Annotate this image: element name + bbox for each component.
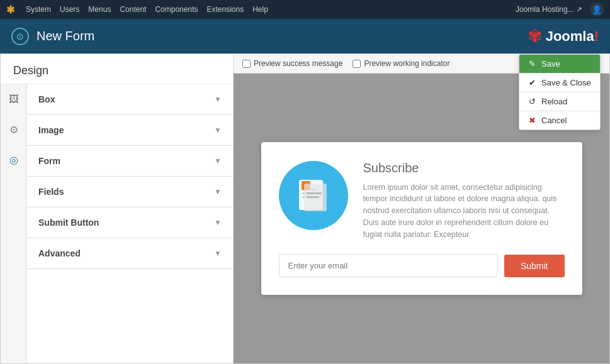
image-panel-icon[interactable]: 🖼 [5,91,23,108]
checkmark-icon: ✔ [527,78,537,87]
joomla-brand-text: Joomla! [546,28,599,45]
accordion-advanced[interactable]: Advanced ▼ [27,238,233,269]
accordion-fields-arrow: ▼ [214,187,222,196]
sidebar: Design 🖼 ⚙ ◎ Box ▼ Image ▼ Form [1,54,234,363]
sidebar-accordion: Box ▼ Image ▼ Form ▼ Fields ▼ Submit But… [27,84,233,363]
reload-button[interactable]: ↺ Reload [519,92,600,111]
header-left: ⊙ New Form [11,28,94,45]
accordion-advanced-arrow: ▼ [214,249,222,258]
page-title: New Form [37,29,94,43]
accordion-box[interactable]: Box ▼ [27,84,233,115]
action-dropdown-menu: ✎ Save ✔ Save & Close ↺ Reload ✖ Cancel [519,54,601,130]
preview-success-label: Preview success message [254,59,342,68]
save-button[interactable]: ✎ Save [519,55,600,73]
preview-success-checkbox-group[interactable]: Preview success message [242,59,342,68]
accordion-image-arrow: ▼ [214,126,222,135]
accordion-box-arrow: ▼ [214,95,222,104]
newsletter-icon [279,161,348,230]
accordion-submit-arrow: ▼ [214,218,222,227]
preview-body: Lorem ipsum dolor sit amet, consectetur … [363,182,565,241]
menu-menus[interactable]: Menus [88,5,111,14]
email-input[interactable] [279,254,498,277]
accordion-form-arrow: ▼ [214,157,222,165]
accordion-advanced-label: Advanced [38,248,81,258]
save-label: Save [541,59,560,69]
joomla-star-logo: ✱ [6,4,14,16]
header-bar: ⊙ New Form ✾ Joomla! [0,19,610,53]
newsletter-svg [293,175,334,216]
submit-button[interactable]: Submit [504,255,565,277]
preview-text-block: Subscribe Lorem ipsum dolor sit amet, co… [363,161,565,241]
cancel-icon: ✖ [527,116,537,125]
accordion-submit-label: Submit Button [38,218,99,228]
sidebar-heading: Design [1,54,233,84]
user-menu[interactable]: 👤 [590,3,604,16]
menu-components[interactable]: Components [155,5,198,14]
cancel-button[interactable]: ✖ Cancel [519,111,600,130]
menu-extensions[interactable]: Extensions [206,5,244,14]
svg-rect-7 [307,196,319,198]
topbar: ✱ System Users Menus Content Components … [0,0,610,19]
cancel-label: Cancel [541,116,567,125]
sidebar-icon-column: 🖼 ⚙ ◎ [1,84,27,363]
accordion-submit-button[interactable]: Submit Button ▼ [27,207,233,238]
preview-title: Subscribe [363,161,565,175]
joomla-flower-icon: ✾ [528,26,542,47]
save-icon: ✎ [527,59,537,69]
accordion-form-label: Form [38,156,60,166]
menu-users[interactable]: Users [60,5,79,14]
svg-rect-6 [307,192,322,194]
save-close-label: Save & Close [541,78,591,87]
settings-panel-icon[interactable]: ⚙ [5,121,23,138]
preview-working-label: Preview working indicator [364,59,449,68]
menu-help[interactable]: Help [252,5,268,14]
target-panel-icon[interactable]: ◎ [5,151,23,168]
preview-email-row: Submit [279,254,565,277]
menu-system[interactable]: System [26,5,51,14]
save-close-button[interactable]: ✔ Save & Close [519,74,600,92]
preview-card: Subscribe Lorem ipsum dolor sit amet, co… [261,142,582,295]
joomla-brand: ✾ Joomla! [528,26,599,47]
sidebar-body: 🖼 ⚙ ◎ Box ▼ Image ▼ Form ▼ Fi [1,84,233,363]
toolbar: Preview success message Preview working … [234,54,609,74]
preview-success-checkbox[interactable] [242,60,251,68]
reload-icon: ↺ [527,97,537,106]
preview-card-inner: Subscribe Lorem ipsum dolor sit amet, co… [279,161,565,241]
main-layout: Design 🖼 ⚙ ◎ Box ▼ Image ▼ Form [0,53,610,364]
accordion-fields[interactable]: Fields ▼ [27,177,233,207]
topbar-right: Joomla Hosting... ↗ 👤 [516,3,604,16]
accordion-image[interactable]: Image ▼ [27,115,233,146]
reload-label: Reload [541,97,567,106]
content-area: Preview success message Preview working … [234,54,609,363]
preview-working-checkbox[interactable] [353,60,361,68]
form-circle-icon: ⊙ [11,28,29,45]
accordion-fields-label: Fields [38,187,64,197]
preview-working-checkbox-group[interactable]: Preview working indicator [353,59,449,68]
accordion-image-label: Image [38,125,64,135]
top-menu: System Users Menus Content Components Ex… [26,5,508,14]
accordion-box-label: Box [38,94,55,104]
accordion-form[interactable]: Form ▼ [27,146,233,177]
menu-content[interactable]: Content [120,5,146,14]
hosting-link[interactable]: Joomla Hosting... ↗ [516,5,582,14]
